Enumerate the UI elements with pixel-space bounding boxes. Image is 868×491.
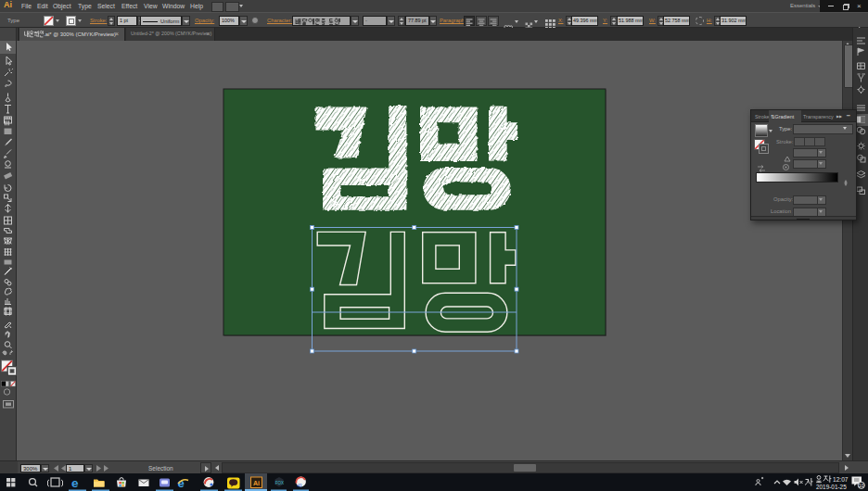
- svg-text:10: 10: [859, 483, 864, 488]
- svg-text:49: 49: [298, 484, 303, 488]
- svg-text:Ai: Ai: [253, 480, 260, 486]
- svg-text:FOX: FOX: [275, 481, 284, 485]
- svg-text:2019-01-25: 2019-01-25: [816, 484, 847, 490]
- svg-text:e: e: [71, 476, 79, 490]
- svg-text:12:07: 12:07: [833, 476, 849, 483]
